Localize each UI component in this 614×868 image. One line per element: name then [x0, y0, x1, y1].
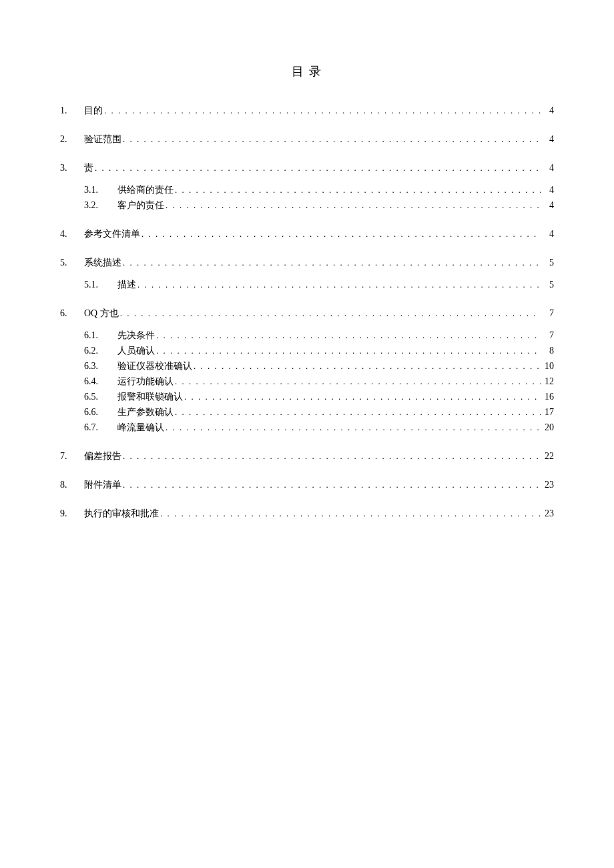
leader-dots: . . . . . . . . . . . . . . . . . . . . … — [166, 199, 541, 212]
entry-page: 10 — [542, 359, 554, 373]
entry-label: 偏差报告 — [84, 449, 121, 463]
entry-page: 4 — [542, 198, 554, 212]
leader-dots: . . . . . . . . . . . . . . . . . . . . … — [141, 228, 541, 241]
leader-dots: . . . . . . . . . . . . . . . . . . . . … — [175, 406, 541, 419]
entry-label: 目的 — [84, 103, 103, 117]
entry-page: 17 — [542, 405, 554, 419]
entry-page: 7 — [542, 328, 554, 342]
toc-subgroup: 3.1.供给商的责任. . . . . . . . . . . . . . . … — [60, 183, 554, 212]
entry-label: 先决条件 — [117, 328, 155, 342]
entry-page: 4 — [542, 132, 554, 146]
entry-label: 人员确认 — [117, 344, 155, 358]
entry-label: 验证范围 — [84, 132, 121, 146]
toc-title: 目 录 — [60, 63, 554, 79]
leader-dots: . . . . . . . . . . . . . . . . . . . . … — [160, 507, 541, 520]
entry-number: 3. — [60, 161, 84, 175]
entry-label: 峰流量确认 — [117, 420, 164, 434]
toc-subgroup: 5.1.描述. . . . . . . . . . . . . . . . . … — [60, 278, 554, 292]
entry-label: 执行的审核和批准 — [84, 506, 159, 520]
entry-label: 报警和联锁确认 — [117, 390, 183, 404]
toc-entry: 7.偏差报告. . . . . . . . . . . . . . . . . … — [60, 449, 554, 463]
leader-dots: . . . . . . . . . . . . . . . . . . . . … — [156, 329, 541, 342]
entry-number: 4. — [60, 227, 84, 241]
toc-entry: 6.4.运行功能确认. . . . . . . . . . . . . . . … — [60, 374, 554, 388]
entry-page: 12 — [542, 374, 554, 388]
entry-number: 6. — [60, 306, 84, 320]
entry-page: 4 — [542, 103, 554, 117]
leader-dots: . . . . . . . . . . . . . . . . . . . . … — [104, 104, 541, 117]
entry-number: 7. — [60, 449, 84, 463]
leader-dots: . . . . . . . . . . . . . . . . . . . . … — [123, 478, 541, 492]
leader-dots: . . . . . . . . . . . . . . . . . . . . … — [123, 450, 541, 463]
entry-label: 客户的责任 — [117, 198, 164, 212]
toc-container: 1.目的. . . . . . . . . . . . . . . . . . … — [60, 103, 554, 520]
leader-dots: . . . . . . . . . . . . . . . . . . . . … — [175, 375, 541, 388]
toc-entry: 5.1.描述. . . . . . . . . . . . . . . . . … — [60, 278, 554, 292]
entry-page: 22 — [542, 449, 554, 463]
toc-entry: 8.附件清单. . . . . . . . . . . . . . . . . … — [60, 478, 554, 492]
entry-label: 供给商的责任 — [117, 183, 174, 197]
leader-dots: . . . . . . . . . . . . . . . . . . . . … — [137, 278, 541, 292]
entry-label: 系统描述 — [84, 256, 121, 270]
entry-page: 8 — [542, 344, 554, 358]
toc-entry: 6.6.生产参数确认. . . . . . . . . . . . . . . … — [60, 405, 554, 419]
entry-number: 3.2. — [84, 198, 108, 212]
toc-entry: 6.7.峰流量确认. . . . . . . . . . . . . . . .… — [60, 420, 554, 434]
toc-entry: 9.执行的审核和批准. . . . . . . . . . . . . . . … — [60, 506, 554, 520]
toc-entry: 3.2.客户的责任. . . . . . . . . . . . . . . .… — [60, 198, 554, 212]
entry-number: 8. — [60, 478, 84, 492]
entry-page: 20 — [542, 420, 554, 434]
leader-dots: . . . . . . . . . . . . . . . . . . . . … — [175, 183, 541, 197]
entry-label: OQ 方也 — [84, 306, 119, 320]
entry-number: 1. — [60, 103, 84, 117]
toc-entry: 6.5.报警和联锁确认. . . . . . . . . . . . . . .… — [60, 390, 554, 404]
entry-number: 6.3. — [84, 359, 108, 373]
entry-page: 4 — [542, 227, 554, 241]
leader-dots: . . . . . . . . . . . . . . . . . . . . … — [156, 344, 541, 358]
leader-dots: . . . . . . . . . . . . . . . . . . . . … — [95, 161, 541, 175]
toc-subgroup: 6.1.先决条件. . . . . . . . . . . . . . . . … — [60, 328, 554, 434]
entry-page: 5 — [542, 256, 554, 270]
entry-label: 附件清单 — [84, 478, 121, 492]
entry-page: 7 — [542, 306, 554, 320]
entry-number: 3.1. — [84, 183, 108, 197]
entry-number: 6.4. — [84, 374, 108, 388]
toc-entry: 6.OQ 方也. . . . . . . . . . . . . . . . .… — [60, 306, 554, 320]
toc-entry: 5.系统描述. . . . . . . . . . . . . . . . . … — [60, 256, 554, 270]
entry-number: 6.1. — [84, 328, 108, 342]
entry-number: 6.5. — [84, 390, 108, 404]
toc-entry: 3.责. . . . . . . . . . . . . . . . . . .… — [60, 161, 554, 175]
entry-label: 描述 — [117, 278, 136, 292]
entry-number: 6.7. — [84, 420, 108, 434]
toc-entry: 6.3.验证仪器校准确认. . . . . . . . . . . . . . … — [60, 359, 554, 373]
entry-number: 5. — [60, 256, 84, 270]
entry-label: 运行功能确认 — [117, 374, 174, 388]
toc-entry: 1.目的. . . . . . . . . . . . . . . . . . … — [60, 103, 554, 117]
entry-label: 验证仪器校准确认 — [117, 359, 192, 373]
entry-page: 16 — [542, 390, 554, 404]
entry-label: 生产参数确认 — [117, 405, 174, 419]
entry-label: 责 — [84, 161, 93, 175]
toc-entry: 6.2.人员确认. . . . . . . . . . . . . . . . … — [60, 344, 554, 358]
entry-page: 23 — [542, 506, 554, 520]
entry-number: 6.6. — [84, 405, 108, 419]
entry-page: 23 — [542, 478, 554, 492]
entry-page: 4 — [542, 183, 554, 197]
toc-entry: 2.验证范围. . . . . . . . . . . . . . . . . … — [60, 132, 554, 146]
leader-dots: . . . . . . . . . . . . . . . . . . . . … — [120, 307, 541, 320]
entry-number: 2. — [60, 132, 84, 146]
leader-dots: . . . . . . . . . . . . . . . . . . . . … — [123, 133, 541, 146]
entry-number: 9. — [60, 506, 84, 520]
leader-dots: . . . . . . . . . . . . . . . . . . . . … — [194, 360, 541, 373]
toc-entry: 4.参考文件清单. . . . . . . . . . . . . . . . … — [60, 227, 554, 241]
entry-page: 4 — [542, 161, 554, 175]
entry-page: 5 — [542, 278, 554, 292]
entry-number: 5.1. — [84, 278, 108, 292]
toc-entry: 6.1.先决条件. . . . . . . . . . . . . . . . … — [60, 328, 554, 342]
leader-dots: . . . . . . . . . . . . . . . . . . . . … — [166, 421, 541, 434]
leader-dots: . . . . . . . . . . . . . . . . . . . . … — [184, 390, 541, 404]
entry-label: 参考文件清单 — [84, 227, 140, 241]
leader-dots: . . . . . . . . . . . . . . . . . . . . … — [123, 256, 541, 270]
entry-number: 6.2. — [84, 344, 108, 358]
toc-entry: 3.1.供给商的责任. . . . . . . . . . . . . . . … — [60, 183, 554, 197]
